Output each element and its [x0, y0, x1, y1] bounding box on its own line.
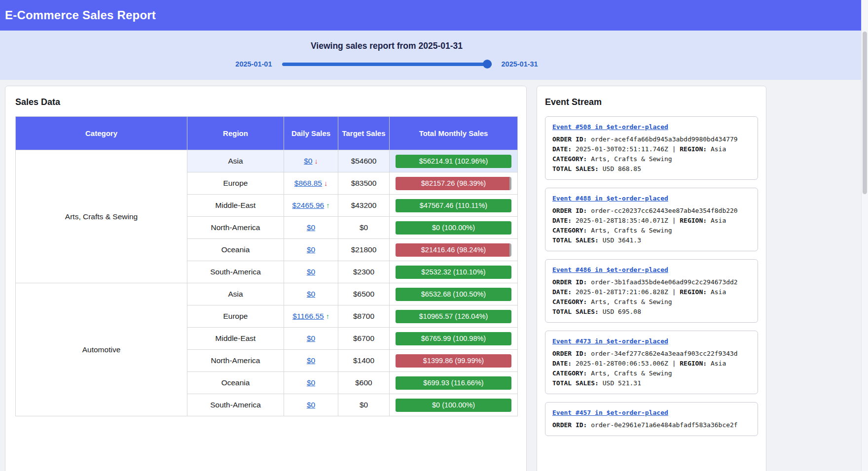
event-field-label: REGION:: [680, 360, 711, 367]
category-cell: Automotive: [16, 283, 187, 416]
monthly-sales-value: $56214.91 (102.96%): [396, 155, 511, 168]
event-line: TOTAL SALES: USD 521.31: [552, 378, 751, 388]
daily-sales-link[interactable]: $0: [307, 290, 315, 298]
event-field-value: USD 868.85: [603, 165, 641, 172]
total-monthly-sales-cell: $56214.91 (102.96%): [390, 150, 518, 172]
event-line: CATEGORY: Arts, Crafts & Sewing: [552, 297, 751, 307]
monthly-sales-progress: $6765.99 (100.98%): [396, 332, 511, 345]
event-line: CATEGORY: Arts, Crafts & Sewing: [552, 154, 751, 164]
daily-sales-cell: $868.85↓: [284, 172, 338, 195]
event-card: Event #473 in $et-order-placedORDER ID: …: [545, 331, 758, 394]
event-field-label: DATE:: [552, 217, 576, 224]
main-content: Sales Data CategoryRegionDaily SalesTarg…: [0, 80, 868, 471]
event-field-value: Asia: [711, 217, 726, 224]
total-monthly-sales-cell: $6532.68 (100.50%): [390, 283, 518, 305]
daily-sales-link[interactable]: $1166.55: [292, 312, 324, 320]
event-field-value: |: [672, 360, 680, 367]
event-field-value: Asia: [711, 360, 726, 367]
daily-sales-link[interactable]: $0: [307, 268, 315, 276]
event-field-value: 2025-01-28T18:35:40.071Z: [576, 217, 672, 224]
event-stream-title: Event Stream: [545, 97, 758, 107]
event-field-value: Asia: [711, 288, 726, 296]
event-field-label: CATEGORY:: [552, 370, 591, 377]
daily-sales-cell: $0: [284, 217, 338, 239]
event-link[interactable]: Event #508 in $et-order-placed: [552, 122, 668, 132]
total-monthly-sales-cell: $699.93 (116.66%): [390, 372, 518, 394]
event-link[interactable]: Event #457 in $et-order-placed: [552, 408, 668, 418]
region-cell: North-America: [187, 217, 284, 239]
sales-row: AutomotiveAsia$0$6500$6532.68 (100.50%): [16, 283, 518, 305]
event-field-label: ORDER ID:: [552, 421, 591, 429]
event-line: DATE: 2025-01-28T18:35:40.071Z | REGION:…: [552, 216, 751, 226]
event-field-value: Asia: [711, 145, 726, 153]
page-scrollbar-thumb[interactable]: [863, 32, 867, 194]
total-monthly-sales-cell: $0 (100.00%): [390, 217, 518, 239]
monthly-sales-progress: $47567.46 (110.11%): [396, 199, 511, 212]
date-controls-inner: Viewing sales report from 2025-01-31 202…: [0, 41, 773, 68]
monthly-sales-value: $2532.32 (110.10%): [396, 266, 511, 279]
event-field-value: order-cc20237cc62443ee87ab4e354f8db220: [591, 207, 737, 214]
region-cell: Middle-East: [187, 328, 284, 350]
sales-data-title: Sales Data: [15, 97, 516, 107]
target-sales-cell: $0: [338, 217, 390, 239]
event-card: Event #488 in $et-order-placedORDER ID: …: [545, 188, 758, 251]
event-link[interactable]: Event #473 in $et-order-placed: [552, 336, 668, 346]
event-line: CATEGORY: Arts, Crafts & Sewing: [552, 226, 751, 236]
target-sales-cell: $8700: [338, 305, 390, 328]
daily-sales-link[interactable]: $0: [304, 157, 312, 165]
monthly-sales-progress: $56214.91 (102.96%): [396, 155, 511, 168]
event-line: CATEGORY: Arts, Crafts & Sewing: [552, 369, 751, 378]
slider-track[interactable]: [282, 63, 492, 66]
slider-row: 2025-01-01 2025-01-31: [0, 60, 773, 68]
daily-sales-link[interactable]: $0: [307, 245, 315, 254]
event-line: TOTAL SALES: USD 3641.3: [552, 236, 751, 245]
region-cell: Asia: [187, 150, 284, 172]
region-cell: Europe: [187, 172, 284, 195]
date-slider[interactable]: [282, 60, 492, 68]
target-sales-cell: $600: [338, 372, 390, 394]
event-link[interactable]: Event #486 in $et-order-placed: [552, 265, 668, 275]
target-sales-cell: $83500: [338, 172, 390, 195]
daily-sales-link[interactable]: $2465.96: [292, 201, 325, 209]
region-cell: Asia: [187, 283, 284, 305]
daily-sales-link[interactable]: $868.85: [294, 179, 322, 187]
slider-thumb[interactable]: [483, 60, 492, 68]
daily-sales-link[interactable]: $0: [307, 223, 315, 232]
event-field-value: order-0e2961e71a6e484abfadf583a36bce2f: [591, 421, 737, 429]
slider-min-label: 2025-01-01: [235, 60, 272, 68]
monthly-sales-value: $21416.46 (98.24%): [396, 243, 511, 257]
sales-row: Arts, Crafts & SewingAsia$0↓$54600$56214…: [16, 150, 518, 172]
trend-down-icon: ↓: [315, 157, 318, 165]
monthly-sales-progress: $6532.68 (100.50%): [396, 288, 511, 301]
event-field-label: DATE:: [552, 360, 576, 367]
daily-sales-cell: $0: [284, 372, 338, 394]
sales-table-header-row: CategoryRegionDaily SalesTarget SalesTot…: [16, 117, 518, 150]
monthly-sales-value: $6765.99 (100.98%): [396, 332, 511, 345]
page-scrollbar[interactable]: [861, 0, 868, 471]
monthly-sales-progress: $699.93 (116.66%): [396, 376, 511, 390]
event-field-value: USD 695.08: [603, 308, 641, 315]
total-monthly-sales-cell: $10965.57 (126.04%): [390, 305, 518, 328]
event-field-value: |: [672, 217, 680, 224]
daily-sales-link[interactable]: $0: [307, 356, 315, 365]
daily-sales-link[interactable]: $0: [307, 334, 315, 342]
page-title: E-Commerce Sales Report: [5, 8, 156, 22]
event-line: DATE: 2025-01-28T00:06:53.006Z | REGION:…: [552, 359, 751, 369]
event-line: ORDER ID: order-34ef277c862e4a3eaaf903cc…: [552, 349, 751, 359]
daily-sales-link[interactable]: $0: [307, 378, 315, 387]
daily-sales-link[interactable]: $0: [307, 401, 315, 409]
column-header-region: Region: [187, 117, 284, 150]
trend-up-icon: ↑: [326, 312, 329, 320]
event-field-value: 2025-01-30T02:51:11.746Z: [576, 145, 672, 153]
sales-data-panel: Sales Data CategoryRegionDaily SalesTarg…: [5, 86, 527, 471]
event-link[interactable]: Event #488 in $et-order-placed: [552, 194, 668, 203]
region-cell: Middle-East: [187, 195, 284, 217]
event-field-label: TOTAL SALES:: [552, 308, 603, 315]
region-cell: North-America: [187, 350, 284, 372]
report-range-title: Viewing sales report from 2025-01-31: [0, 41, 773, 51]
monthly-sales-value: $47567.46 (110.11%): [396, 199, 511, 212]
event-field-value: Arts, Crafts & Sewing: [591, 155, 672, 163]
monthly-sales-value: $0 (100.00%): [396, 221, 511, 235]
date-controls: Viewing sales report from 2025-01-31 202…: [0, 31, 868, 80]
monthly-sales-value: $82157.26 (98.39%): [396, 177, 511, 190]
